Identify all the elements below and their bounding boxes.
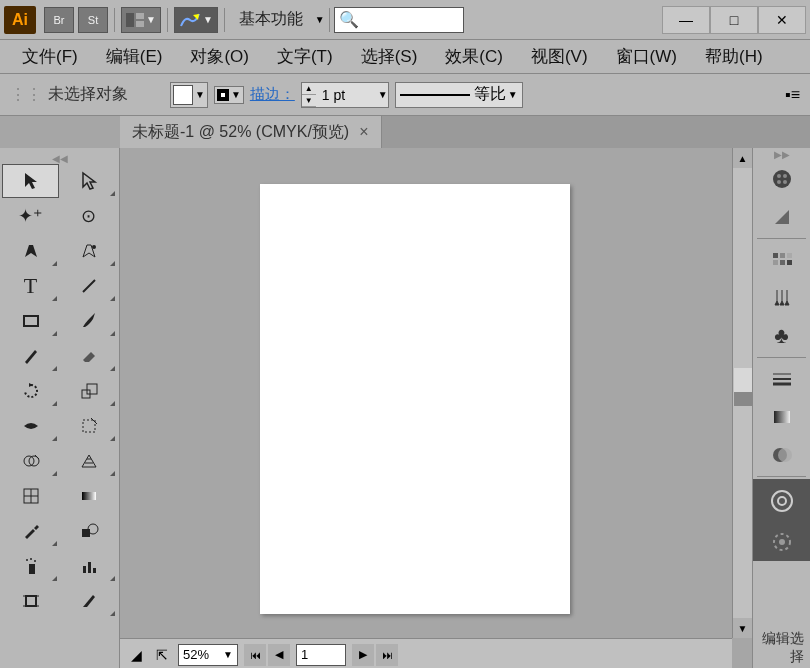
corner-icon: ◢ — [126, 645, 146, 665]
pen-tool[interactable] — [2, 234, 59, 268]
document-tab[interactable]: 未标题-1 @ 52% (CMYK/预览) × — [120, 116, 382, 148]
sprayer-icon — [21, 556, 41, 576]
cloud-panel-icon[interactable] — [753, 479, 810, 523]
gradient-icon — [79, 486, 99, 506]
workspace-label[interactable]: 基本功能 — [239, 9, 303, 30]
type-tool[interactable]: T — [2, 269, 59, 303]
close-tab-icon[interactable]: × — [359, 123, 368, 141]
close-button[interactable]: ✕ — [758, 6, 806, 34]
selection-tool[interactable] — [2, 164, 59, 198]
lasso-tool[interactable]: ⊙ — [60, 199, 117, 233]
menu-object[interactable]: 对象(O) — [176, 41, 263, 72]
direct-selection-tool[interactable] — [60, 164, 117, 198]
free-transform-tool[interactable] — [60, 409, 117, 443]
stroke-width-stepper[interactable]: ▲▼ 1 pt ▼ — [301, 82, 389, 108]
libraries-panel-icon[interactable] — [753, 523, 810, 561]
menu-window[interactable]: 窗口(W) — [602, 41, 691, 72]
gradient-panel-icon[interactable] — [753, 398, 810, 436]
artboard[interactable] — [260, 184, 570, 614]
rectangle-tool[interactable] — [2, 304, 59, 338]
svg-rect-38 — [780, 260, 785, 265]
swatches-panel-icon[interactable] — [753, 241, 810, 279]
maximize-button[interactable]: □ — [710, 6, 758, 34]
graph-icon — [79, 556, 99, 576]
slice-tool[interactable] — [60, 584, 117, 618]
fill-swatch[interactable]: ▼ — [170, 82, 208, 108]
panel-menu-icon[interactable]: ▪≡ — [785, 86, 800, 104]
zoom-level[interactable]: 52%▼ — [178, 644, 238, 666]
line-tool[interactable] — [60, 269, 117, 303]
eyedropper-tool[interactable] — [2, 514, 59, 548]
scroll-down-icon[interactable]: ▼ — [733, 618, 752, 638]
gpu-preview-button[interactable]: ▼ — [174, 7, 218, 33]
gradient-tool[interactable] — [60, 479, 117, 513]
shapebuilder-icon — [21, 451, 41, 471]
menu-type[interactable]: 文字(T) — [263, 41, 347, 72]
svg-point-45 — [778, 448, 792, 462]
status-bar: ◢ ⇱ 52%▼ ⏮ ◀ 1 ▶ ⏭ — [120, 638, 732, 668]
artboard-tool[interactable] — [2, 584, 59, 618]
symbol-sprayer-tool[interactable] — [2, 549, 59, 583]
menu-edit[interactable]: 编辑(E) — [92, 41, 177, 72]
next-page-button[interactable]: ▶ — [352, 644, 374, 666]
svg-rect-2 — [136, 21, 144, 27]
arrange-documents-button[interactable]: ▼ — [121, 7, 161, 33]
scroll-up-icon[interactable]: ▲ — [733, 148, 752, 168]
search-input[interactable]: 🔍 — [334, 7, 464, 33]
scale-tool[interactable] — [60, 374, 117, 408]
svg-point-49 — [779, 539, 785, 545]
gpu-icon — [179, 12, 201, 28]
column-graph-tool[interactable] — [60, 549, 117, 583]
profile-dropdown[interactable]: 等比 ▼ — [395, 82, 523, 108]
menu-view[interactable]: 视图(V) — [517, 41, 602, 72]
shape-builder-tool[interactable] — [2, 444, 59, 478]
mesh-tool[interactable] — [2, 479, 59, 513]
blend-tool[interactable] — [60, 514, 117, 548]
selection-label: 未选择对象 — [48, 84, 128, 105]
perspective-grid-tool[interactable] — [60, 444, 117, 478]
stroke-swatch[interactable]: ▼ — [214, 86, 244, 104]
step-up-icon[interactable]: ▲ — [302, 83, 316, 95]
first-page-button[interactable]: ⏮ — [244, 644, 266, 666]
stock-button[interactable]: St — [78, 7, 108, 33]
workspace-dropdown-icon[interactable]: ▼ — [315, 14, 325, 25]
brushes-panel-icon[interactable] — [753, 279, 810, 317]
page-number[interactable]: 1 — [296, 644, 346, 666]
stroke-link[interactable]: 描边： — [250, 85, 295, 104]
drag-handle-icon[interactable]: ⋮⋮ — [10, 85, 42, 104]
curvature-tool[interactable] — [60, 234, 117, 268]
dock-handle-icon[interactable]: ▶▶ — [753, 148, 810, 160]
prev-page-button[interactable]: ◀ — [268, 644, 290, 666]
stroke-width-value: 1 pt — [316, 87, 376, 103]
pencil-icon — [21, 346, 41, 366]
rotate-icon — [21, 381, 41, 401]
width-tool[interactable] — [2, 409, 59, 443]
menu-effect[interactable]: 效果(C) — [431, 41, 517, 72]
wand-icon: ✦⁺ — [18, 205, 43, 227]
eraser-tool[interactable] — [60, 339, 117, 373]
transparency-panel-icon[interactable] — [753, 436, 810, 474]
search-field[interactable] — [359, 12, 528, 27]
direct-selection-icon — [80, 171, 98, 191]
stroke-panel-icon[interactable] — [753, 360, 810, 398]
vertical-scrollbar[interactable]: ▲ ▼ — [732, 148, 752, 638]
menu-help[interactable]: 帮助(H) — [691, 41, 777, 72]
line-icon — [79, 276, 99, 296]
menu-file[interactable]: 文件(F) — [8, 41, 92, 72]
last-page-button[interactable]: ⏭ — [376, 644, 398, 666]
svg-point-3 — [92, 245, 96, 249]
rotate-tool[interactable] — [2, 374, 59, 408]
symbols-panel-icon[interactable]: ♣ — [753, 317, 810, 355]
menu-select[interactable]: 选择(S) — [347, 41, 432, 72]
color-panel-icon[interactable] — [753, 160, 810, 198]
color-guide-panel-icon[interactable] — [753, 198, 810, 236]
panel-handle-icon[interactable]: ◀◀ — [2, 152, 117, 164]
magic-wand-tool[interactable]: ✦⁺ — [2, 199, 59, 233]
canvas-area[interactable]: ▲ ▼ ◢ ⇱ 52%▼ ⏮ ◀ 1 ▶ ⏭ — [120, 148, 752, 668]
bridge-button[interactable]: Br — [44, 7, 74, 33]
step-down-icon[interactable]: ▼ — [302, 95, 316, 107]
minimize-button[interactable]: — — [662, 6, 710, 34]
paintbrush-tool[interactable] — [60, 304, 117, 338]
share-icon[interactable]: ⇱ — [152, 645, 172, 665]
pencil-tool[interactable] — [2, 339, 59, 373]
